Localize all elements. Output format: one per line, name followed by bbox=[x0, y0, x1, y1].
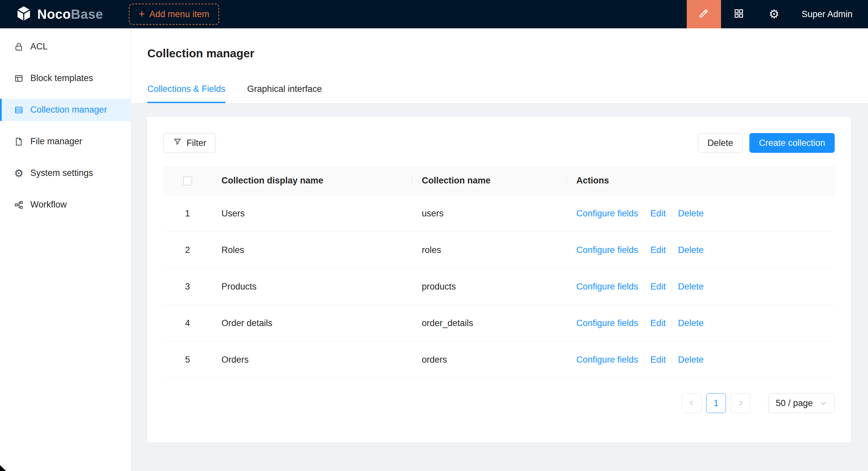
current-user-menu[interactable]: Super Admin bbox=[801, 9, 852, 20]
sidebar-item-system-settings[interactable]: ⚙ System settings bbox=[0, 162, 131, 184]
brand-text: NocoBase bbox=[37, 7, 103, 22]
configure-fields-link[interactable]: Configure fields bbox=[576, 318, 638, 328]
sidebar-item-label: Collection manager bbox=[30, 105, 107, 115]
page-size-select[interactable]: 50 / page bbox=[768, 393, 835, 413]
main-area: Collection manager Collections & Fields … bbox=[131, 28, 868, 471]
configure-fields-link[interactable]: Configure fields bbox=[576, 208, 638, 219]
filter-button[interactable]: Filter bbox=[163, 133, 216, 153]
system-settings-button[interactable]: ⚙ bbox=[756, 0, 792, 28]
configure-fields-link[interactable]: Configure fields bbox=[576, 245, 638, 255]
edit-link[interactable]: Edit bbox=[651, 208, 666, 219]
ui-editor-button[interactable] bbox=[687, 0, 721, 28]
collection-name: products bbox=[412, 281, 566, 292]
sidebar-item-label: System settings bbox=[30, 168, 93, 178]
card-toolbar: Filter Delete Create collection bbox=[163, 133, 835, 153]
page-size-value: 50 / page bbox=[776, 398, 813, 408]
collections-table: Collection display name Collection name … bbox=[163, 166, 835, 378]
highlighter-pen-icon bbox=[698, 7, 710, 21]
sidebar-item-workflow[interactable]: Workflow bbox=[0, 194, 131, 216]
collection-name: users bbox=[412, 208, 566, 219]
edit-link[interactable]: Edit bbox=[651, 245, 666, 255]
divider bbox=[672, 246, 672, 254]
workflow-icon bbox=[14, 200, 24, 210]
sidebar-item-label: Workflow bbox=[30, 200, 67, 210]
page-head: Collection manager Collections & Fields … bbox=[131, 28, 868, 103]
plugins-grid-button[interactable] bbox=[721, 0, 756, 28]
tab-collections-and-fields[interactable]: Collections & Fields bbox=[147, 83, 225, 103]
gear-icon: ⚙ bbox=[14, 168, 24, 178]
divider bbox=[672, 319, 672, 327]
sidebar-item-file-manager[interactable]: File manager bbox=[0, 130, 131, 153]
plus-icon: + bbox=[139, 8, 145, 19]
layout-icon bbox=[14, 73, 24, 83]
divider bbox=[672, 282, 672, 291]
table-row: 2 Roles roles Configure fields Edit Dele… bbox=[163, 232, 835, 268]
add-menu-item-label: Add menu item bbox=[149, 9, 209, 20]
header-actions: Actions bbox=[566, 175, 835, 186]
delete-link[interactable]: Delete bbox=[678, 281, 704, 292]
screen-corner-artifact bbox=[0, 465, 6, 471]
sidebar-item-label: ACL bbox=[30, 41, 48, 52]
table-row: 3 Products products Configure fields Edi… bbox=[163, 268, 835, 305]
row-index: 3 bbox=[163, 281, 212, 292]
header-right-cluster: ⚙ Super Admin bbox=[687, 0, 868, 28]
row-index: 1 bbox=[163, 208, 212, 219]
delete-link[interactable]: Delete bbox=[678, 245, 704, 255]
collection-display-name: Roles bbox=[212, 245, 412, 255]
configure-fields-link[interactable]: Configure fields bbox=[576, 281, 638, 292]
header-collection-name: Collection name bbox=[412, 175, 566, 186]
pagination-prev-button[interactable] bbox=[682, 393, 702, 413]
collection-name: roles bbox=[412, 245, 566, 255]
divider bbox=[644, 319, 645, 327]
sidebar-item-collection-manager[interactable]: Collection manager bbox=[0, 99, 131, 121]
add-menu-item-button[interactable]: + Add menu item bbox=[129, 4, 219, 25]
filter-funnel-icon bbox=[173, 137, 182, 148]
lock-icon bbox=[14, 42, 24, 52]
chevron-right-icon bbox=[737, 399, 744, 407]
divider bbox=[644, 209, 645, 218]
divider bbox=[644, 356, 645, 364]
settings-sidebar: ACL Block templates Collection manager F… bbox=[0, 28, 131, 471]
collection-display-name: Orders bbox=[212, 355, 412, 365]
nocobase-logo[interactable]: NocoBase bbox=[0, 5, 103, 23]
table-icon bbox=[14, 105, 24, 115]
row-index: 4 bbox=[163, 318, 212, 328]
edit-link[interactable]: Edit bbox=[651, 355, 666, 365]
divider bbox=[672, 356, 672, 364]
sidebar-item-block-templates[interactable]: Block templates bbox=[0, 67, 131, 89]
delete-link[interactable]: Delete bbox=[678, 318, 704, 328]
configure-fields-link[interactable]: Configure fields bbox=[576, 355, 638, 365]
page-title: Collection manager bbox=[147, 46, 868, 60]
collection-display-name: Users bbox=[212, 208, 412, 219]
collection-name: orders bbox=[412, 355, 566, 365]
delete-link[interactable]: Delete bbox=[678, 208, 704, 219]
table-row: 4 Order details order_details Configure … bbox=[163, 305, 835, 342]
pagination-next-button[interactable] bbox=[731, 393, 750, 413]
gear-icon: ⚙ bbox=[769, 8, 779, 20]
create-collection-button[interactable]: Create collection bbox=[749, 133, 835, 153]
sidebar-item-acl[interactable]: ACL bbox=[0, 36, 131, 58]
header-collection-display-name: Collection display name bbox=[212, 175, 412, 186]
row-index: 5 bbox=[163, 355, 212, 365]
edit-link[interactable]: Edit bbox=[651, 281, 666, 292]
nocobase-cube-icon bbox=[16, 5, 32, 23]
table-row: 1 Users users Configure fields Edit Dele… bbox=[163, 195, 835, 232]
divider bbox=[672, 209, 672, 218]
divider bbox=[644, 282, 645, 291]
collection-display-name: Order details bbox=[212, 318, 412, 328]
chevron-down-icon bbox=[820, 400, 827, 407]
sidebar-item-label: File manager bbox=[30, 136, 82, 146]
delete-button[interactable]: Delete bbox=[698, 133, 743, 153]
app-header: NocoBase + Add menu item bbox=[0, 0, 868, 28]
tab-graphical-interface[interactable]: Graphical interface bbox=[247, 83, 322, 103]
edit-link[interactable]: Edit bbox=[651, 318, 666, 328]
pagination-page-1-button[interactable]: 1 bbox=[706, 393, 726, 413]
filter-button-label: Filter bbox=[187, 138, 206, 148]
pagination: 1 50 / page bbox=[163, 393, 835, 413]
delete-link[interactable]: Delete bbox=[678, 355, 704, 365]
collections-card: Filter Delete Create collection Collecti… bbox=[147, 117, 851, 442]
content-area: Filter Delete Create collection Collecti… bbox=[131, 103, 868, 442]
collection-display-name: Products bbox=[212, 281, 412, 292]
divider bbox=[644, 246, 645, 254]
select-all-checkbox[interactable] bbox=[183, 176, 192, 186]
